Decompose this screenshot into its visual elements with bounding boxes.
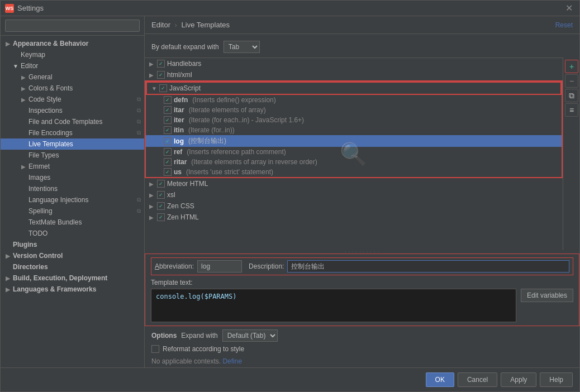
search-input[interactable] bbox=[5, 20, 140, 32]
checkbox-javascript[interactable]: ✓ bbox=[159, 84, 167, 92]
checkbox-meteor-html[interactable]: ✓ bbox=[157, 180, 165, 188]
sidebar-item-inspections[interactable]: Inspections ⧉ bbox=[1, 105, 144, 116]
copy-icon: ⧉ bbox=[137, 208, 141, 214]
breadcrumb-part2: Live Templates bbox=[182, 21, 230, 29]
reformat-row: Reformat according to style bbox=[145, 344, 579, 355]
help-button[interactable]: Help bbox=[540, 372, 573, 387]
sidebar-item-emmet[interactable]: ▶ Emmet bbox=[1, 161, 144, 172]
copy-template-button[interactable]: ⧉ bbox=[565, 89, 578, 102]
reset-link[interactable]: Reset bbox=[555, 21, 573, 29]
checkbox-zen-html[interactable]: ✓ bbox=[157, 213, 165, 221]
window-title: Settings bbox=[17, 4, 44, 12]
checkbox-iter[interactable]: ✓ bbox=[164, 116, 172, 124]
template-item-log[interactable]: ✓ log (控制台输出) bbox=[146, 135, 562, 147]
template-desc: (Iterate elements of array) bbox=[189, 106, 266, 114]
template-group-header-meteor-html[interactable]: ▶ ✓ Meteor HTML bbox=[145, 178, 563, 189]
sidebar-item-label: File Types bbox=[28, 151, 59, 159]
apply-button[interactable]: Apply bbox=[501, 372, 536, 387]
expand-with-select[interactable]: Default (Tab) Tab Enter Space bbox=[222, 329, 278, 342]
expand-label: By default expand with bbox=[151, 43, 219, 51]
checkbox-log[interactable]: ✓ bbox=[164, 137, 172, 145]
template-group-handlebars: ▶ ✓ Handlebars bbox=[145, 58, 563, 69]
sidebar-item-label: Version Control bbox=[13, 252, 63, 260]
reformat-checkbox[interactable] bbox=[151, 345, 159, 353]
sidebar-item-build[interactable]: ▶ Build, Execution, Deployment bbox=[1, 273, 144, 284]
arrow-icon: ▼ bbox=[13, 63, 18, 69]
sidebar-item-textmate-bundles[interactable]: TextMate Bundles bbox=[1, 217, 144, 228]
sidebar-item-file-types[interactable]: File Types bbox=[1, 150, 144, 161]
sidebar-item-editor[interactable]: ▼ Editor bbox=[1, 60, 144, 71]
template-item-itar[interactable]: ✓ itar (Iterate elements of array) bbox=[146, 105, 562, 115]
checkbox-itin[interactable]: ✓ bbox=[164, 126, 172, 134]
sidebar: ▶ Appearance & Behavior Keymap ▼ Editor … bbox=[1, 16, 145, 367]
add-template-button[interactable]: + bbox=[565, 60, 578, 73]
checkbox-zen-css[interactable]: ✓ bbox=[157, 202, 165, 210]
arrow-icon: ▶ bbox=[149, 214, 155, 221]
checkbox-defn[interactable]: ✓ bbox=[164, 96, 172, 104]
sidebar-item-todo[interactable]: TODO bbox=[1, 228, 144, 239]
dialog-content: ▶ Appearance & Behavior Keymap ▼ Editor … bbox=[1, 16, 579, 367]
abbreviation-input[interactable] bbox=[197, 260, 242, 273]
sidebar-item-file-encodings[interactable]: File Encodings ⧉ bbox=[1, 127, 144, 138]
sidebar-item-appearance[interactable]: ▶ Appearance & Behavior bbox=[1, 38, 144, 49]
sidebar-item-label: Appearance & Behavior bbox=[13, 40, 88, 47]
checkbox-ref[interactable]: ✓ bbox=[164, 148, 172, 156]
sidebar-item-images[interactable]: Images bbox=[1, 172, 144, 183]
sidebar-item-spelling[interactable]: Spelling ⧉ bbox=[1, 205, 144, 217]
edit-variables-button[interactable]: Edit variables bbox=[521, 289, 573, 302]
template-group-html-xml: ▶ ✓ html/xml bbox=[145, 69, 563, 80]
remove-template-button[interactable]: − bbox=[565, 74, 578, 88]
sidebar-item-version-control[interactable]: ▶ Version Control bbox=[1, 250, 144, 261]
sidebar-item-label: Emmet bbox=[28, 162, 50, 170]
define-link[interactable]: Define bbox=[222, 357, 242, 365]
template-item-ref[interactable]: ✓ ref (Inserts reference path comment) bbox=[146, 147, 562, 157]
template-group-header-zen-css[interactable]: ▶ ✓ Zen CSS bbox=[145, 200, 563, 212]
abbreviation-label: Abbreviation: bbox=[155, 262, 194, 270]
checkbox-html-xml[interactable]: ✓ bbox=[157, 71, 165, 79]
sidebar-item-intentions[interactable]: Intentions bbox=[1, 183, 144, 194]
title-bar-left: WS Settings bbox=[5, 4, 44, 13]
sidebar-item-file-code-templates[interactable]: File and Code Templates ⧉ bbox=[1, 116, 144, 127]
template-name: ref bbox=[174, 148, 182, 156]
checkbox-ritar[interactable]: ✓ bbox=[164, 158, 172, 166]
checkbox-handlebars[interactable]: ✓ bbox=[157, 60, 165, 68]
sidebar-item-code-style[interactable]: ▶ Code Style ⧉ bbox=[1, 94, 144, 105]
sidebar-item-plugins[interactable]: Plugins bbox=[1, 239, 144, 250]
checkbox-xsl[interactable]: ✓ bbox=[157, 191, 165, 199]
close-button[interactable]: ✕ bbox=[563, 3, 575, 14]
template-group-header-html-xml[interactable]: ▶ ✓ html/xml bbox=[145, 69, 563, 80]
arrow-icon: ▶ bbox=[149, 203, 155, 209]
template-item-ritar[interactable]: ✓ ritar (Iterate elements of array in re… bbox=[146, 157, 562, 167]
sidebar-item-directories[interactable]: Directories bbox=[1, 261, 144, 273]
checkbox-us[interactable]: ✓ bbox=[164, 168, 172, 176]
template-group-header-handlebars[interactable]: ▶ ✓ Handlebars bbox=[145, 58, 563, 69]
template-item-itin[interactable]: ✓ itin (Iterate (for..in)) bbox=[146, 125, 562, 135]
sidebar-item-live-templates[interactable]: Live Templates bbox=[1, 138, 144, 150]
list-template-button[interactable]: ≡ bbox=[565, 103, 578, 117]
template-textarea[interactable]: console.log($PARAMS) bbox=[151, 289, 516, 322]
cancel-button[interactable]: Cancel bbox=[458, 372, 497, 387]
sidebar-item-languages[interactable]: ▶ Languages & Frameworks bbox=[1, 284, 144, 295]
template-item-defn[interactable]: ✓ defn (Inserts define() expression) bbox=[146, 95, 562, 105]
template-group-header-xsl[interactable]: ▶ ✓ xsl bbox=[145, 189, 563, 200]
sidebar-item-general[interactable]: ▶ General bbox=[1, 71, 144, 83]
templates-tree: ▶ ✓ Handlebars ▶ ✓ html/xml bbox=[145, 58, 563, 250]
template-item-us[interactable]: ✓ us (Inserts 'use strict' statement) bbox=[146, 167, 562, 177]
template-group-header-javascript[interactable]: ▼ ✓ JavaScript bbox=[146, 82, 562, 95]
description-input[interactable] bbox=[287, 260, 569, 273]
template-item-iter[interactable]: ✓ iter (Iterate (for each..in) - JavaScr… bbox=[146, 115, 562, 125]
template-group-header-zen-html[interactable]: ▶ ✓ Zen HTML bbox=[145, 212, 563, 223]
expand-select[interactable]: Tab Enter Space bbox=[224, 41, 260, 53]
group-label: Zen CSS bbox=[167, 202, 194, 210]
sidebar-item-keymap[interactable]: Keymap bbox=[1, 49, 144, 60]
ok-button[interactable]: OK bbox=[426, 372, 454, 387]
abbreviation-group: Abbreviation: bbox=[155, 260, 242, 273]
template-text-label: Template text: bbox=[151, 279, 573, 286]
checkbox-itar[interactable]: ✓ bbox=[164, 106, 172, 114]
template-name: log bbox=[174, 137, 184, 145]
templates-area: ▶ ✓ Handlebars ▶ ✓ html/xml bbox=[145, 58, 579, 250]
sidebar-item-language-injections[interactable]: Language Injections ⧉ bbox=[1, 194, 144, 205]
main-panel: Editor › Live Templates Reset By default… bbox=[145, 16, 579, 367]
sidebar-item-colors-fonts[interactable]: ▶ Colors & Fonts bbox=[1, 83, 144, 94]
arrow-icon: ▶ bbox=[5, 286, 11, 293]
